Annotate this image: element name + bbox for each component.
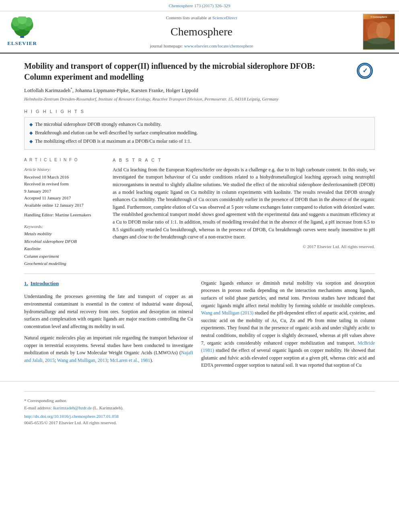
article-title: Mobility and transport of copper(II) inf… [24, 61, 375, 82]
revised-date: 9 January 2017 [24, 188, 105, 195]
accepted-date: Accepted 11 January 2017 [24, 195, 105, 201]
doi-link[interactable]: http://dx.doi.org/10.1016/j.chemosphere.… [24, 413, 375, 420]
crossmark-circle: ✓ [357, 63, 373, 79]
homepage-link[interactable]: www.elsevier.com/locate/chemosphere [184, 43, 253, 48]
main-content: Mobility and transport of copper(II) inf… [0, 53, 399, 381]
section-title: Introduction [31, 279, 59, 288]
contents-line: Contents lists available at ScienceDirec… [166, 14, 237, 21]
email-label: E-mail address: [24, 405, 52, 410]
journal-header: ELSEVIER Contents lists available at Sci… [0, 11, 399, 53]
svg-point-10 [376, 21, 390, 39]
keyword-5: Geochemical modelling [24, 260, 105, 267]
ref-najafi[interactable]: Najafi and Jalali, 2015 [24, 350, 193, 363]
journal-cover-area: Chemosphere [359, 11, 399, 53]
article-info-abstract-section: A R T I C L E I N F O Article history: R… [24, 157, 375, 268]
ref-wang[interactable]: Wang and Mulligan, 2013 [57, 357, 107, 363]
elsevier-logo: ELSEVIER [7, 16, 37, 47]
abstract-text: Acid Cu leaching from the European Kupfe… [113, 166, 375, 241]
revised-label: Received in revised form [24, 181, 105, 187]
elsevier-brand-text: ELSEVIER [7, 39, 37, 47]
article-history-title: Article history: [24, 166, 105, 173]
email-note: (L. Karimzadeh). [93, 405, 123, 410]
available-date: Available online 12 January 2017 [24, 202, 105, 209]
abstract-label: A B S T R A C T [113, 157, 375, 164]
homepage-text: journal homepage: [150, 43, 183, 48]
keywords-label: Keywords: [24, 223, 105, 230]
keyword-3: Kaolinite [24, 245, 105, 252]
highlight-text-1: The microbial siderophore DFOB strongly … [35, 121, 162, 128]
page-footer: * Corresponding author. E-mail address: … [0, 381, 399, 429]
email-line: E-mail address: lkarimzadeh@hzdr.de (L. … [24, 405, 375, 411]
introduction-section: 1. Introduction Understanding the proces… [24, 279, 375, 373]
intro-paragraph-1: Understanding the processes governing th… [24, 293, 193, 330]
highlights-label: H I G H L I G H T S [24, 108, 375, 115]
author-email[interactable]: lkarimzadeh@hzdr.de [53, 405, 92, 410]
journal-cover-title: Chemosphere [370, 15, 387, 19]
article-info-label: A R T I C L E I N F O [24, 157, 105, 163]
elsevier-tree-icon [8, 16, 36, 39]
contents-text: Contents lists available at [166, 15, 211, 20]
bullet-1: ◆ [29, 121, 33, 128]
section-divider [24, 273, 375, 274]
article-info-column: A R T I C L E I N F O Article history: R… [24, 157, 105, 268]
crossmark-icon: ✓ [358, 64, 372, 78]
ref-mcbride[interactable]: McBride (1981) [201, 340, 375, 353]
authors-text: Lotfollah Karimzadeh*, Johanna Lippmann-… [24, 87, 198, 93]
ref-wang-mulligan[interactable]: Wang and Mulligan (2013) [201, 310, 253, 316]
introduction-left-column: 1. Introduction Understanding the proces… [24, 279, 193, 373]
homepage-line: journal homepage: www.elsevier.com/locat… [150, 43, 253, 49]
bullet-3: ◆ [29, 138, 33, 145]
article-title-text: Mobility and transport of copper(II) inf… [24, 62, 315, 81]
highlight-item-1: ◆ The microbial siderophore DFOB strongl… [29, 121, 370, 128]
elsevier-logo-area: ELSEVIER [0, 11, 44, 53]
author-sup: * [70, 87, 72, 91]
section-number: 1. [24, 279, 28, 288]
keyword-1: Metals mobility [24, 230, 105, 237]
received-date: Received 10 March 2016 [24, 174, 105, 181]
highlight-item-2: ◆ Breakthrough and elution can be well d… [29, 129, 370, 136]
keyword-2: Microbial siderophore DFOB [24, 238, 105, 245]
highlights-box: ◆ The microbial siderophore DFOB strongl… [24, 117, 375, 150]
corresponding-note-text: * Corresponding author. [24, 398, 67, 403]
intro-paragraph-2: Natural organic molecules play an import… [24, 334, 193, 364]
svg-point-11 [366, 20, 377, 34]
intro-right-paragraph-1: Organic ligands enhance or diminish meta… [201, 279, 375, 369]
doi-bar: Chemosphere 173 (2017) 326–329 [0, 0, 399, 11]
issn-text: 0045-6535/© 2017 Elsevier Ltd. All right… [24, 419, 375, 426]
journal-cover-graphic [363, 19, 395, 49]
journal-header-center: Contents lists available at ScienceDirec… [44, 11, 359, 53]
page: Chemosphere 173 (2017) 326–329 ELSEVIER [0, 0, 399, 532]
journal-cover-image: Chemosphere [363, 14, 395, 50]
footer-divider [24, 391, 375, 392]
svg-point-13 [368, 38, 391, 44]
handling-editor: Handling Editor: Martine Leermakers [24, 212, 105, 218]
doi-text: Chemosphere 173 (2017) 326–329 [169, 3, 230, 8]
corresponding-author-note: * Corresponding author. [24, 397, 375, 404]
highlight-item-3: ◆ The mobilizing effect of DFOB is at ma… [29, 138, 370, 145]
sciencedirect-link[interactable]: ScienceDirect [212, 15, 237, 20]
keyword-4: Column experiment [24, 253, 105, 260]
crossmark-logo: ✓ [355, 61, 375, 81]
affiliation-text: Helmholtz-Zentrum Dresden-Rossendorf, In… [24, 96, 375, 103]
abstract-column: A B S T R A C T Acid Cu leaching from th… [113, 157, 375, 268]
authors-line: Lotfollah Karimzadeh*, Johanna Lippmann-… [24, 86, 375, 94]
journal-name: Chemosphere [171, 23, 232, 40]
highlight-text-3: The mobilizing effect of DFOB is at maxi… [35, 138, 191, 145]
introduction-right-column: Organic ligands enhance or diminish meta… [201, 279, 375, 373]
bullet-2: ◆ [29, 129, 33, 136]
highlight-text-2: Breakthrough and elution can be well des… [35, 129, 198, 136]
copyright-text: © 2017 Elsevier Ltd. All rights reserved… [113, 243, 375, 250]
ref-mclaren[interactable]: McLaren et al., 1981 [110, 357, 150, 363]
svg-text:✓: ✓ [362, 67, 368, 74]
